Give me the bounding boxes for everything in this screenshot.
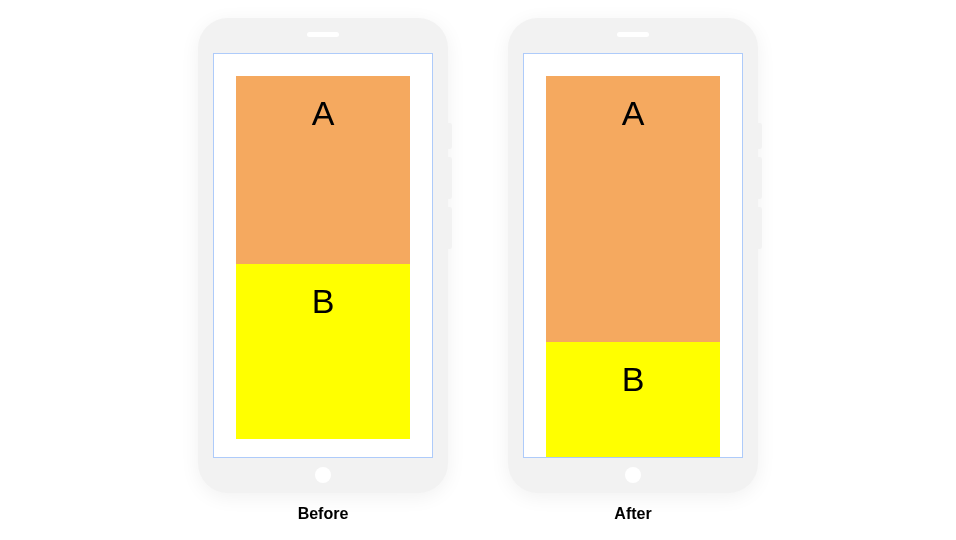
side-button bbox=[448, 123, 452, 149]
layout-after: A B bbox=[546, 76, 720, 457]
phone-side-buttons bbox=[758, 123, 762, 249]
phone-after-wrapper: A B After bbox=[508, 18, 758, 523]
element-b: B bbox=[546, 342, 720, 456]
layout-before: A B bbox=[236, 76, 410, 457]
element-a: A bbox=[236, 76, 410, 264]
side-button bbox=[758, 123, 762, 149]
side-button bbox=[448, 157, 452, 199]
phone-side-buttons bbox=[448, 123, 452, 249]
side-button bbox=[758, 207, 762, 249]
element-b: B bbox=[236, 264, 410, 439]
side-button bbox=[448, 207, 452, 249]
phone-screen-after: A B bbox=[523, 53, 743, 458]
element-a: A bbox=[546, 76, 720, 343]
side-button bbox=[758, 157, 762, 199]
phone-mockup-after: A B bbox=[508, 18, 758, 493]
caption-after: After bbox=[614, 505, 651, 523]
phone-before-wrapper: A B Before bbox=[198, 18, 448, 523]
caption-before: Before bbox=[298, 505, 349, 523]
phone-screen-before: A B bbox=[213, 53, 433, 458]
phone-mockup-before: A B bbox=[198, 18, 448, 493]
